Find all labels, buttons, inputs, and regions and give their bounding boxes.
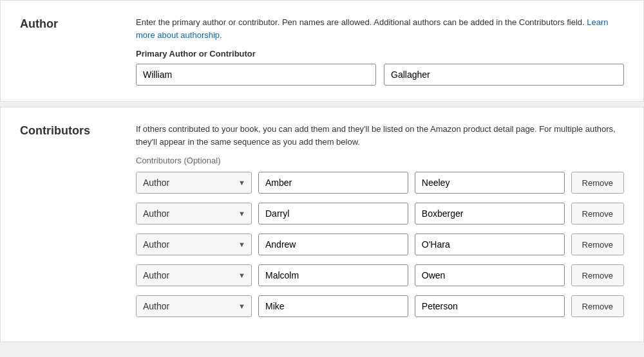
contributor-row: AuthorEditorIllustratorTranslatorPhotogr… [136,264,624,286]
contributor-row: AuthorEditorIllustratorTranslatorPhotogr… [136,233,624,255]
primary-author-row [136,64,624,86]
role-select[interactable]: AuthorEditorIllustratorTranslatorPhotogr… [136,295,252,317]
contributor-last-name-input[interactable] [415,233,565,255]
role-select-wrapper: AuthorEditorIllustratorTranslatorPhotogr… [136,172,252,194]
remove-contributor-button[interactable]: Remove [571,203,624,224]
role-select-wrapper: AuthorEditorIllustratorTranslatorPhotogr… [136,233,252,255]
role-select-wrapper: AuthorEditorIllustratorTranslatorPhotogr… [136,295,252,317]
contributor-first-name-input[interactable] [258,264,408,286]
role-select[interactable]: AuthorEditorIllustratorTranslatorPhotogr… [136,233,252,255]
contributors-description: If others contributed to your book, you … [136,123,624,148]
role-select-wrapper: AuthorEditorIllustratorTranslatorPhotogr… [136,203,252,224]
contributors-list: AuthorEditorIllustratorTranslatorPhotogr… [136,172,624,317]
author-description: Enter the primary author or contributor.… [136,16,624,41]
author-section-content: Enter the primary author or contributor.… [136,16,624,86]
primary-first-name-input[interactable] [136,64,376,86]
contributor-row: AuthorEditorIllustratorTranslatorPhotogr… [136,295,624,317]
contributor-first-name-input[interactable] [258,295,408,317]
remove-contributor-button[interactable]: Remove [571,233,624,255]
contributor-last-name-input[interactable] [415,264,565,286]
author-section: Author Enter the primary author or contr… [0,0,644,102]
role-select[interactable]: AuthorEditorIllustratorTranslatorPhotogr… [136,172,252,194]
contributors-field-label: Contributors (Optional) [136,156,624,165]
role-select[interactable]: AuthorEditorIllustratorTranslatorPhotogr… [136,264,252,286]
contributor-first-name-input[interactable] [258,172,408,194]
role-select-wrapper: AuthorEditorIllustratorTranslatorPhotogr… [136,264,252,286]
primary-last-name-input[interactable] [384,64,624,86]
contributor-row: AuthorEditorIllustratorTranslatorPhotogr… [136,172,624,194]
contributor-row: AuthorEditorIllustratorTranslatorPhotogr… [136,203,624,224]
contributors-section: Contributors If others contributed to yo… [0,107,644,342]
contributor-last-name-input[interactable] [415,172,565,194]
primary-author-label: Primary Author or Contributor [136,49,624,59]
contributor-last-name-input[interactable] [415,203,565,224]
contributors-section-content: If others contributed to your book, you … [136,123,624,326]
remove-contributor-button[interactable]: Remove [571,295,624,317]
contributor-last-name-input[interactable] [415,295,565,317]
author-section-label: Author [20,16,136,31]
contributor-first-name-input[interactable] [258,203,408,224]
remove-contributor-button[interactable]: Remove [571,264,624,286]
role-select[interactable]: AuthorEditorIllustratorTranslatorPhotogr… [136,203,252,224]
contributors-section-label: Contributors [20,123,136,138]
contributor-first-name-input[interactable] [258,233,408,255]
remove-contributor-button[interactable]: Remove [571,172,624,194]
